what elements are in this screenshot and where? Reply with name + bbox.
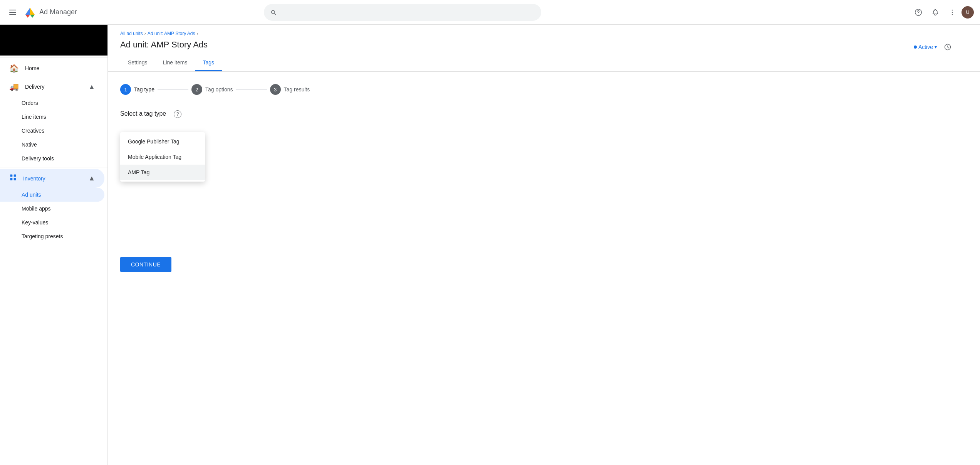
page-title: Ad unit: AMP Story Ads	[120, 40, 208, 50]
svg-marker-2	[30, 15, 35, 18]
sidebar-sub-targeting-presets[interactable]: Targeting presets	[0, 229, 107, 243]
svg-point-5	[918, 13, 918, 14]
button-area: CONTINUE	[120, 241, 968, 272]
sidebar-divider-top	[0, 57, 107, 57]
inventory-collapse-icon: ▲	[88, 174, 95, 182]
stepper: 1 Tag type 2 Tag options 3 Tag result	[120, 84, 968, 95]
sidebar-logo-area	[0, 25, 107, 56]
sidebar-sub-native-label: Native	[22, 142, 37, 148]
step-line-2	[236, 89, 267, 90]
logo-icon	[24, 6, 36, 19]
step-1-circle: 1	[120, 84, 131, 95]
more-options-button[interactable]	[945, 5, 960, 20]
app-name: Ad Manager	[39, 8, 77, 16]
svg-point-7	[952, 12, 953, 13]
sidebar-sub-mobile-apps[interactable]: Mobile apps	[0, 202, 107, 216]
page-header-wrapper: All ad units › Ad unit: AMP Story Ads › …	[108, 25, 980, 72]
breadcrumb: All ad units › Ad unit: AMP Story Ads ›	[120, 31, 968, 36]
svg-point-6	[952, 9, 953, 10]
step-tag-options: 2 Tag options	[191, 84, 233, 95]
sidebar-sub-ad-units-label: Ad units	[22, 192, 41, 198]
inventory-icon	[9, 174, 17, 183]
svg-point-8	[952, 14, 953, 15]
body: 🏠 Home 🚚 Delivery ▲ Orders Line items Cr…	[0, 25, 980, 465]
select-section: Select a tag type ?	[120, 110, 968, 118]
help-button[interactable]	[911, 5, 926, 20]
history-button[interactable]	[940, 39, 955, 55]
continue-button[interactable]: CONTINUE	[120, 257, 171, 272]
svg-rect-12	[14, 178, 16, 180]
sidebar-sub-creatives[interactable]: Creatives	[0, 124, 107, 138]
sidebar-sub-orders-label: Orders	[22, 100, 38, 106]
notifications-button[interactable]	[928, 5, 943, 20]
sidebar-sub-native[interactable]: Native	[0, 138, 107, 152]
help-icon-tag-type[interactable]: ?	[174, 110, 181, 118]
delivery-icon: 🚚	[9, 82, 19, 91]
step-2-label: Tag options	[205, 86, 233, 93]
step-1-number: 1	[124, 87, 127, 93]
dropdown-menu: Google Publisher Tag Mobile Application …	[120, 132, 205, 182]
svg-rect-10	[14, 175, 16, 177]
step-3-circle: 3	[270, 84, 281, 95]
sidebar-sub-targeting-presets-label: Targeting presets	[22, 233, 63, 239]
delivery-collapse-icon: ▲	[88, 83, 95, 91]
step-1-label: Tag type	[134, 86, 154, 93]
avatar[interactable]: U	[962, 6, 974, 19]
home-icon: 🏠	[9, 64, 19, 73]
bell-icon	[931, 8, 939, 16]
svg-rect-11	[10, 178, 13, 180]
sidebar-sub-key-values-label: Key-values	[22, 219, 48, 226]
help-icon	[915, 8, 922, 16]
sidebar-item-home-label: Home	[25, 65, 39, 71]
app-header: Ad Manager U	[0, 0, 980, 25]
step-3-label: Tag results	[284, 86, 310, 93]
sidebar-sub-orders[interactable]: Orders	[0, 96, 107, 110]
more-vert-icon	[948, 8, 956, 16]
svg-rect-9	[10, 175, 13, 177]
svg-marker-1	[25, 8, 30, 15]
tab-tags[interactable]: Tags	[195, 55, 222, 71]
svg-marker-3	[25, 15, 30, 18]
menu-icon[interactable]	[6, 7, 19, 18]
history-icon	[944, 43, 951, 51]
step-tag-results: 3 Tag results	[270, 84, 310, 95]
step-line-1	[158, 89, 188, 90]
sidebar-sub-line-items[interactable]: Line items	[0, 110, 107, 124]
tab-settings[interactable]: Settings	[120, 55, 155, 71]
dropdown-item-google-publisher-tag[interactable]: Google Publisher Tag	[120, 134, 205, 149]
status-dot	[914, 45, 917, 49]
sidebar-sub-creatives-label: Creatives	[22, 128, 44, 134]
select-tag-type-label: Select a tag type	[120, 110, 166, 117]
step-tag-type: 1 Tag type	[120, 84, 154, 95]
status-badge[interactable]: Active ▾	[914, 44, 937, 50]
logo[interactable]: Ad Manager	[24, 6, 77, 19]
tabs: Settings Line items Tags	[120, 55, 968, 71]
search-input[interactable]	[282, 9, 535, 15]
breadcrumb-separator-2: ›	[197, 31, 198, 36]
header-actions: U	[911, 5, 974, 20]
sidebar-item-home[interactable]: 🏠 Home	[0, 59, 104, 78]
search-icon	[270, 9, 277, 16]
step-3-number: 3	[274, 87, 277, 93]
step-2-circle: 2	[191, 84, 202, 95]
step-2-number: 2	[195, 87, 198, 93]
sidebar-sub-key-values[interactable]: Key-values	[0, 216, 107, 229]
sidebar-item-delivery-label: Delivery	[25, 84, 45, 90]
breadcrumb-ad-unit-amp[interactable]: Ad unit: AMP Story Ads	[148, 31, 195, 36]
tab-line-items[interactable]: Line items	[155, 55, 195, 71]
dropdown-item-mobile-application-tag[interactable]: Mobile Application Tag	[120, 149, 205, 165]
page-header: All ad units › Ad unit: AMP Story Ads › …	[108, 25, 980, 72]
breadcrumb-separator-1: ›	[144, 31, 146, 36]
sidebar-sub-ad-units[interactable]: Ad units	[0, 188, 104, 202]
main-content: All ad units › Ad unit: AMP Story Ads › …	[108, 25, 980, 465]
search-bar[interactable]	[264, 4, 541, 21]
sidebar-item-inventory[interactable]: Inventory ▲	[0, 169, 104, 188]
status-dropdown-icon: ▾	[935, 44, 937, 50]
sidebar-divider-mid	[0, 167, 107, 167]
sidebar: 🏠 Home 🚚 Delivery ▲ Orders Line items Cr…	[0, 25, 108, 465]
content-area: 1 Tag type 2 Tag options 3 Tag result	[108, 72, 980, 285]
breadcrumb-all-ad-units[interactable]: All ad units	[120, 31, 143, 36]
sidebar-sub-delivery-tools[interactable]: Delivery tools	[0, 152, 107, 165]
dropdown-item-amp-tag[interactable]: AMP Tag	[120, 165, 205, 180]
sidebar-item-delivery[interactable]: 🚚 Delivery ▲	[0, 78, 104, 96]
